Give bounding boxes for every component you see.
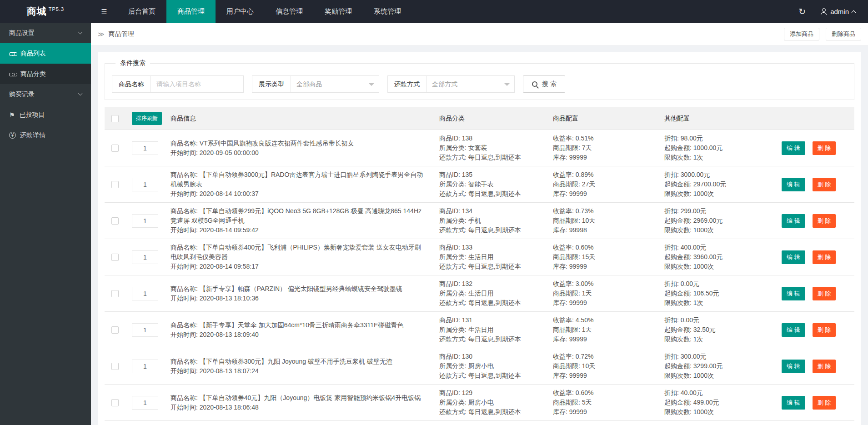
repay-method-label: 还款方式 xyxy=(387,75,426,93)
nav-item-info-admin[interactable]: 信息管理 xyxy=(265,0,314,23)
sort-order-input[interactable] xyxy=(132,141,158,155)
breadcrumb-actions: 添加商品 删除商品 xyxy=(779,28,861,40)
display-type-select[interactable]: 全部商品 xyxy=(291,75,379,93)
product-purchase-limit: 限购次数: 1000次 xyxy=(664,262,768,271)
flag-icon: ⚑ xyxy=(9,111,15,119)
nav-item-dashboard[interactable]: 后台首页 xyxy=(117,0,166,23)
breadcrumb: 商品管理 xyxy=(109,30,134,38)
product-period: 商品期限: 1天 xyxy=(553,289,651,298)
product-stock: 库存: 99999 xyxy=(553,189,651,199)
table-row: 商品名称: 【下单自动领券400元】飞利浦（PHILIPS）焕新奢宠挚爱套装 送… xyxy=(105,239,854,275)
product-name: 商品名称: 【下单自动领券3000元】RADO雷达表官方瑞士进口皓星系列陶瓷手表… xyxy=(171,170,426,189)
delete-button[interactable]: 删 除 xyxy=(813,178,836,191)
sort-order-input[interactable] xyxy=(132,396,158,410)
sort-refresh-button[interactable]: 排序刷新 xyxy=(132,112,162,125)
sort-order-input[interactable] xyxy=(132,360,158,373)
table-row: 商品名称: 【新手专享】帕森（PARZIN） 偏光太阳镜型男经典蛤蟆镜安全驾驶墨… xyxy=(105,275,854,312)
product-rate: 收益率: 0.51% xyxy=(553,134,651,143)
sidebar-item-product-list[interactable]: 商品列表 xyxy=(0,43,91,64)
chevron-down-icon xyxy=(504,83,510,89)
edit-button[interactable]: 编 辑 xyxy=(782,141,805,155)
edit-button[interactable]: 编 辑 xyxy=(782,360,805,373)
sort-order-input[interactable] xyxy=(132,178,158,191)
product-min-amount: 起购金额: 29700.00元 xyxy=(664,180,768,189)
product-discount: 折扣: 0.00元 xyxy=(664,279,768,289)
product-period: 商品期限: 7天 xyxy=(553,143,651,153)
delete-button[interactable]: 删 除 xyxy=(813,141,836,155)
app-logo: 商城TP5.3 xyxy=(0,0,91,23)
nav-item-system-admin[interactable]: 系统管理 xyxy=(363,0,412,23)
table-row: 商品名称: 【下单自动领券40元】九阳（Joyoung）电饭煲 家用智能预约米饭… xyxy=(105,385,854,421)
sidebar-item-product-category[interactable]: 商品分类 xyxy=(0,64,91,84)
product-id: 商品ID: 138 xyxy=(439,134,539,143)
delete-button[interactable]: 删 除 xyxy=(813,287,836,300)
add-product-button[interactable]: 添加商品 xyxy=(784,28,819,40)
row-checkbox[interactable] xyxy=(111,290,119,297)
user-menu[interactable]: admin xyxy=(815,0,868,23)
product-name: 商品名称: 【下单自动领券400元】飞利浦（PHILIPS）焕新奢宠挚爱套装 送… xyxy=(171,243,426,262)
product-category: 所属分类: 生活日用 xyxy=(439,325,539,335)
row-checkbox[interactable] xyxy=(111,399,119,406)
row-checkbox[interactable] xyxy=(111,326,119,334)
product-category: 所属分类: 厨房小电 xyxy=(439,361,539,371)
edit-button[interactable]: 编 辑 xyxy=(782,214,805,228)
delete-button[interactable]: 删 除 xyxy=(813,323,836,337)
product-stock: 库存: 99999 xyxy=(553,371,651,380)
main-area: ≫ 商品管理 添加商品 删除商品 条件搜索 商品名称 展示类型 全部商品 xyxy=(91,0,868,425)
product-stock: 库存: 99999 xyxy=(553,335,651,344)
nav-item-reward-admin[interactable]: 奖励管理 xyxy=(314,0,363,23)
menu-toggle-icon[interactable]: ≡ xyxy=(91,0,117,23)
row-checkbox[interactable] xyxy=(111,217,119,225)
chevron-up-icon xyxy=(852,10,856,15)
edit-button[interactable]: 编 辑 xyxy=(782,396,805,410)
edit-button[interactable]: 编 辑 xyxy=(782,287,805,300)
product-stock: 库存: 99999 xyxy=(553,262,651,271)
row-checkbox[interactable] xyxy=(111,254,119,261)
product-category: 所属分类: 女套装 xyxy=(439,143,539,153)
delete-button[interactable]: 删 除 xyxy=(813,396,836,410)
nav-item-user-center[interactable]: 用户中心 xyxy=(216,0,265,23)
select-all-checkbox[interactable] xyxy=(111,115,119,122)
product-stock: 库存: 99999 xyxy=(553,298,651,308)
sort-order-input[interactable] xyxy=(132,287,158,300)
product-category: 所属分类: 生活日用 xyxy=(439,289,539,298)
sidebar-group-purchase-records[interactable]: 购买记录 xyxy=(0,84,91,105)
row-checkbox[interactable] xyxy=(111,363,119,370)
product-min-amount: 起购金额: 3960.00元 xyxy=(664,252,768,262)
nav-item-product-admin[interactable]: 商品管理 xyxy=(166,0,216,23)
product-discount: 折扣: 400.00元 xyxy=(664,243,768,252)
sort-order-input[interactable] xyxy=(132,214,158,228)
product-period: 商品期限: 10天 xyxy=(553,216,651,225)
table-row: 商品名称: 【下单自动领券120元】苏泊尔(SUPOR)破壁机 榨汁机豆浆机果汁… xyxy=(105,421,854,425)
sidebar-item-label: 还款详情 xyxy=(20,131,45,140)
row-checkbox[interactable] xyxy=(111,145,119,152)
product-id: 商品ID: 134 xyxy=(439,206,539,216)
edit-button[interactable]: 编 辑 xyxy=(782,250,805,264)
delete-button[interactable]: 删 除 xyxy=(813,250,836,264)
breadcrumb-bar: ≫ 商品管理 添加商品 删除商品 xyxy=(91,23,868,45)
product-name-input[interactable] xyxy=(151,75,244,93)
edit-button[interactable]: 编 辑 xyxy=(782,323,805,337)
delete-button[interactable]: 删 除 xyxy=(813,360,836,373)
product-purchase-limit: 限购次数: 1次 xyxy=(664,153,768,162)
delete-product-button[interactable]: 删除商品 xyxy=(826,28,861,40)
product-name: 商品名称: 【下单自动领券40元】九阳（Joyoung）电饭煲 家用智能预约米饭… xyxy=(171,393,426,403)
search-icon xyxy=(532,81,538,88)
product-repay-method: 还款方式: 每日返息,到期还本 xyxy=(439,335,539,344)
sidebar-item-repayment-details[interactable]: ¥ 还款详情 xyxy=(0,125,91,145)
display-type-group: 展示类型 全部商品 xyxy=(252,75,379,93)
sidebar-group-product-settings[interactable]: 商品设置 xyxy=(0,23,91,43)
delete-button[interactable]: 删 除 xyxy=(813,214,836,228)
product-purchase-limit: 限购次数: 1000次 xyxy=(664,189,768,199)
product-rate: 收益率: 0.72% xyxy=(553,352,651,361)
sort-order-input[interactable] xyxy=(132,250,158,264)
search-button[interactable]: 搜 索 xyxy=(523,75,565,93)
sidebar-item-label: 商品列表 xyxy=(20,50,46,58)
refresh-icon[interactable]: ↻ xyxy=(789,0,815,23)
sort-order-input[interactable] xyxy=(132,323,158,337)
edit-button[interactable]: 编 辑 xyxy=(782,178,805,191)
repay-method-select[interactable]: 全部方式 xyxy=(426,75,515,93)
sidebar-item-invested-projects[interactable]: ⚑ 已投项目 xyxy=(0,105,91,125)
row-checkbox[interactable] xyxy=(111,181,119,188)
product-repay-method: 还款方式: 每日返息,到期还本 xyxy=(439,225,539,235)
